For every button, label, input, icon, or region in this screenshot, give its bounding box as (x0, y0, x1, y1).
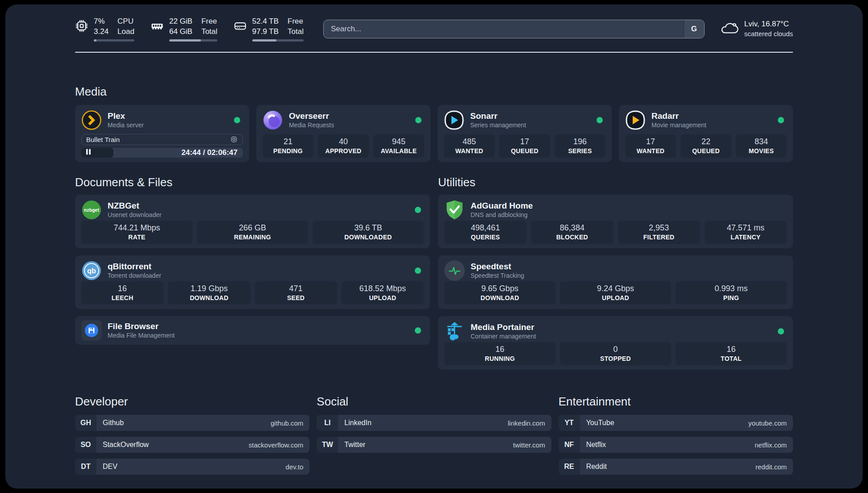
link-row-youtube[interactable]: YT YouTubeyoutube.com (559, 415, 793, 431)
app-name: Speedtest (471, 261, 524, 272)
app-name: Overseerr (289, 111, 334, 121)
app-card-plex[interactable]: Plex Media server Bullet Train (75, 105, 249, 162)
ram-usage-bar (169, 39, 217, 42)
search-engine-button[interactable]: G (684, 20, 704, 38)
app-card-filebrowser[interactable]: File Browser Media File Management (75, 316, 430, 345)
status-dot (415, 327, 421, 334)
dashboard: 7% 3.24 CPU Load (5, 4, 863, 489)
link-abbr: DT (75, 459, 96, 475)
stat-box: 9.65 GbpsDOWNLOAD (444, 281, 555, 305)
link-row-netflix[interactable]: NF Netflixnetflix.com (559, 437, 793, 453)
app-card-portainer[interactable]: Media Portainer Container management 16R… (438, 316, 793, 370)
link-row-linkedin[interactable]: LI LinkedInlinkedin.com (317, 415, 551, 431)
section-title-entertainment: Entertainment (559, 395, 793, 409)
cpu-usage-label: CPU (117, 17, 134, 26)
section-social: Social LI LinkedInlinkedin.com TW Twitte… (317, 370, 551, 480)
link-row-twitter[interactable]: TW Twittertwitter.com (317, 437, 551, 453)
link-abbr: NF (559, 437, 580, 453)
link-url: linkedin.com (508, 419, 545, 427)
screen-frame: 7% 3.24 CPU Load (0, 0, 868, 493)
link-url: twitter.com (513, 441, 545, 449)
stat-box: 498,461QUERIES (444, 221, 526, 244)
overseerr-icon (263, 110, 283, 130)
link-name: LinkedIn (344, 419, 371, 427)
link-url: reddit.com (755, 463, 787, 471)
stat-box: 196SERIES (555, 134, 605, 158)
stat-box: 834MOVIES (736, 134, 787, 158)
ram-total-label: Total (201, 27, 217, 37)
stat-box: 39.6 TBDOWNLOADED (313, 221, 424, 244)
app-name: qBittorrent (108, 261, 161, 272)
now-playing-panel: Bullet Train (81, 134, 243, 145)
link-abbr: LI (317, 415, 338, 431)
playback-progress-bar[interactable]: 24:44 / 02:06:47 (81, 148, 243, 158)
header-divider (75, 52, 793, 53)
status-dot (415, 117, 421, 123)
stat-box: 16TOTAL (676, 342, 787, 365)
ram-icon (150, 19, 164, 34)
app-name: Sonarr (470, 111, 526, 121)
cpu-usage-bar (94, 39, 134, 42)
stats-row: 16LEECH 1.19 GbpsDOWNLOAD 471SEED 618.52… (81, 281, 424, 305)
ram-free-value: 22 GiB (169, 17, 192, 26)
link-row-dev[interactable]: DT DEVdev.to (75, 459, 309, 475)
now-playing-title: Bullet Train (86, 136, 120, 143)
status-dot (597, 117, 603, 123)
search-bar[interactable]: G (323, 20, 705, 38)
pause-icon[interactable] (86, 149, 91, 157)
stat-box: 0.993 msPING (676, 281, 787, 305)
disk-free-value: 52.4 TB (252, 17, 279, 26)
link-row-stackoverflow[interactable]: SO StackOverflowstackoverflow.com (75, 437, 309, 453)
stat-box: 485WANTED (444, 134, 495, 158)
disk-monitor: 52.4 TB 97.9 TB Free Total (234, 17, 304, 41)
link-abbr: RE (559, 459, 580, 475)
app-subtitle: Media server (108, 121, 144, 130)
app-name: NZBGet (108, 201, 162, 211)
cpu-chip-icon (75, 19, 88, 34)
link-name: Github (103, 419, 124, 427)
stat-box: 471SEED (255, 281, 337, 305)
search-input[interactable] (324, 20, 684, 38)
weather-widget[interactable]: Lviv, 16.87°C scattered clouds (720, 19, 793, 38)
app-card-speedtest[interactable]: Speedtest Speedtest Tracking 9.65 GbpsDO… (438, 255, 793, 309)
status-dot (234, 117, 240, 123)
link-url: dev.to (286, 463, 304, 471)
app-subtitle: Speedtest Tracking (471, 272, 524, 280)
section-entertainment: Entertainment YT YouTubeyoutube.com NF N… (559, 370, 793, 480)
stat-box: 17WANTED (625, 134, 676, 158)
stat-box: 2,953FILTERED (618, 221, 700, 244)
app-name: Media Portainer (471, 322, 536, 333)
gear-icon[interactable] (230, 135, 238, 143)
weather-condition: scattered clouds (744, 29, 793, 38)
stat-box: 9.24 GbpsUPLOAD (560, 281, 671, 305)
app-subtitle: Media File Management (108, 332, 175, 340)
link-row-reddit[interactable]: RE Redditreddit.com (559, 459, 793, 475)
link-name: Twitter (344, 441, 365, 449)
portainer-icon (444, 321, 465, 342)
app-name: Plex (108, 111, 144, 121)
stat-box: 21PENDING (263, 134, 313, 158)
link-abbr: SO (75, 437, 96, 453)
qbittorrent-icon: qb (81, 260, 102, 281)
link-abbr: TW (317, 437, 338, 453)
app-card-radarr[interactable]: Radarr Movie management 17WANTED 22QUEUE… (619, 105, 793, 162)
link-abbr: GH (75, 415, 96, 431)
app-name: File Browser (108, 321, 175, 332)
ram-free-label: Free (201, 17, 217, 26)
app-card-nzbget[interactable]: nzbget NZBGet Usenet downloader 744.21 M… (75, 195, 430, 248)
stats-row: 9.65 GbpsDOWNLOAD 9.24 GbpsUPLOAD 0.993 … (444, 281, 787, 305)
stat-box: 945AVAILABLE (373, 134, 424, 158)
link-name: DEV (103, 463, 117, 471)
stat-box: 47.571 msLATENCY (705, 221, 787, 244)
app-subtitle: Media Requests (289, 121, 334, 130)
app-subtitle: Series management (470, 121, 526, 130)
ram-total-value: 64 GiB (169, 27, 192, 37)
cpu-load-label: Load (117, 27, 134, 37)
stat-box: 16LEECH (81, 281, 163, 305)
app-card-overseerr[interactable]: Overseerr Media Requests 21PENDING 40APP… (256, 105, 430, 162)
app-card-sonarr[interactable]: Sonarr Series management 485WANTED 17QUE… (438, 105, 612, 162)
stat-box: 86,384BLOCKED (531, 221, 613, 244)
app-card-qbittorrent[interactable]: qb qBittorrent Torrent downloader 16LEEC… (75, 255, 430, 309)
link-row-github[interactable]: GH Githubgithub.com (75, 415, 309, 431)
app-card-adguard[interactable]: AdGuard Home DNS and adblocking 498,461Q… (438, 195, 793, 248)
